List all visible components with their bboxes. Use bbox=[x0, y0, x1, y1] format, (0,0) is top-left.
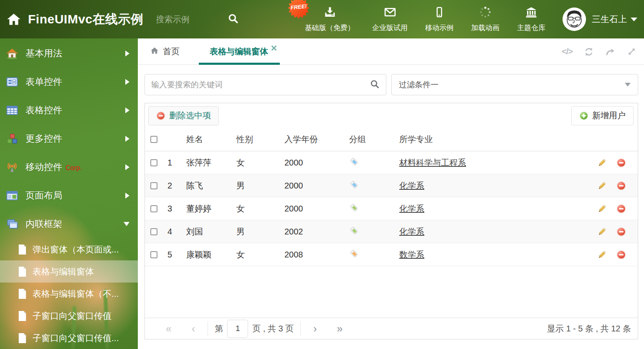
sidebar-item-iframe[interactable]: 内联框架 bbox=[0, 210, 138, 238]
sidebar-item-mobile-controls[interactable]: 移动控件 Corp. bbox=[0, 153, 138, 181]
delete-selected-button[interactable]: 删除选中项 bbox=[148, 106, 219, 125]
chevron-down-icon bbox=[631, 18, 637, 21]
source-code-icon[interactable]: </> bbox=[562, 47, 573, 56]
keyword-search-input[interactable] bbox=[151, 80, 370, 89]
sidebar-subitem-child-to-parent-2[interactable]: 子窗口向父窗口传值... bbox=[0, 327, 138, 349]
avatar[interactable] bbox=[563, 8, 586, 31]
page-number-input[interactable] bbox=[227, 320, 248, 338]
row-checkbox[interactable] bbox=[150, 182, 157, 189]
tab-grid-edit-window[interactable]: 表格与编辑窗体 bbox=[199, 38, 280, 64]
edit-icon[interactable] bbox=[597, 227, 607, 237]
edit-icon[interactable] bbox=[597, 158, 607, 168]
sidebar-item-more-controls[interactable]: 更多控件 bbox=[0, 125, 138, 153]
cell-year: 2002 bbox=[284, 227, 349, 237]
add-user-button[interactable]: 新增用户 bbox=[571, 106, 634, 125]
delete-icon[interactable] bbox=[616, 158, 626, 168]
delete-icon[interactable] bbox=[616, 227, 626, 237]
delete-icon[interactable] bbox=[616, 250, 626, 260]
refresh-icon[interactable] bbox=[584, 47, 594, 57]
nav-item-label: 加载动画 bbox=[471, 23, 499, 33]
col-header-group[interactable]: 分组 bbox=[349, 134, 399, 145]
house-icon bbox=[6, 47, 18, 60]
edit-icon[interactable] bbox=[597, 181, 607, 191]
data-table: 姓名 性别 入学年份 分组 所学专业 1 张萍萍 女 2000 材料科学与工程系 bbox=[145, 128, 638, 266]
major-link[interactable]: 化学系 bbox=[399, 227, 424, 236]
user-menu[interactable]: 三生石上 bbox=[592, 13, 637, 25]
first-page-button[interactable]: « bbox=[156, 324, 182, 334]
row-checkbox[interactable] bbox=[150, 228, 157, 235]
header-search-icon[interactable] bbox=[228, 13, 238, 25]
frames-icon bbox=[6, 218, 18, 230]
select-all-checkbox[interactable] bbox=[150, 136, 157, 143]
sidebar-item-page-layout[interactable]: 页面布局 bbox=[0, 181, 138, 210]
brand[interactable]: FineUIMvc在线示例 bbox=[0, 11, 144, 28]
sidebar-subitem-child-to-parent[interactable]: 子窗口向父窗口传值 bbox=[0, 305, 138, 327]
sidebar-subitem-popup-window[interactable]: 弹出窗体（本页面或... bbox=[0, 238, 138, 260]
app-title: FineUIMvc在线示例 bbox=[28, 11, 144, 28]
col-header-name[interactable]: 姓名 bbox=[186, 134, 236, 145]
row-checkbox[interactable] bbox=[150, 251, 157, 258]
chevron-right-icon bbox=[125, 107, 129, 113]
major-link[interactable]: 化学系 bbox=[399, 204, 424, 213]
major-link[interactable]: 化学系 bbox=[399, 181, 424, 190]
free-badge-label: FREE! bbox=[287, 0, 311, 18]
tag-icon bbox=[349, 226, 399, 238]
major-link[interactable]: 数学系 bbox=[399, 250, 424, 259]
row-checkbox[interactable] bbox=[150, 159, 157, 166]
header-search-input[interactable] bbox=[156, 15, 221, 24]
sidebar-subitem-grid-edit-window[interactable]: 表格与编辑窗体 bbox=[0, 260, 138, 283]
sidebar-subitem-grid-edit-window-2[interactable]: 表格与编辑窗体（不... bbox=[0, 283, 138, 305]
share-icon[interactable] bbox=[605, 47, 616, 57]
cell-gender: 女 bbox=[236, 203, 284, 214]
user-box[interactable]: 三生石上 bbox=[563, 0, 637, 38]
edit-icon[interactable] bbox=[597, 204, 607, 214]
next-page-button[interactable]: › bbox=[303, 324, 327, 334]
tag-icon bbox=[349, 249, 399, 261]
prev-page-button[interactable]: ‹ bbox=[182, 324, 205, 334]
cell-name: 董婷婷 bbox=[186, 203, 236, 214]
col-header-major[interactable]: 所学专业 bbox=[399, 134, 588, 145]
col-header-year[interactable]: 入学年份 bbox=[284, 134, 349, 145]
edit-icon[interactable] bbox=[597, 250, 607, 260]
nav-item-enterprise-trial[interactable]: 企业版试用 bbox=[363, 6, 416, 33]
page: FineUIMvc在线示例 FREE! 基础版（免费） 企业版试用 bbox=[0, 0, 644, 349]
tag-icon bbox=[349, 203, 399, 215]
layout-icon bbox=[6, 189, 18, 202]
nav-item-theme-repo[interactable]: 主题仓库 bbox=[508, 6, 554, 33]
pagination-bar: « ‹ 第 页 , 共 3 页 › » 显示 1 - 5 条 , 共 12 条 bbox=[145, 318, 638, 339]
sidebar-item-basic-usage[interactable]: 基本用法 bbox=[0, 39, 138, 68]
tab-home[interactable]: 首页 bbox=[150, 38, 180, 64]
row-checkbox[interactable] bbox=[150, 205, 157, 212]
cell-gender: 女 bbox=[236, 249, 284, 260]
expand-icon[interactable] bbox=[627, 47, 636, 56]
delete-icon[interactable] bbox=[616, 181, 626, 191]
col-header-gender[interactable]: 性别 bbox=[236, 134, 284, 145]
cell-gender: 男 bbox=[236, 226, 284, 237]
nav-item-mobile-demo[interactable]: 移动示例 bbox=[416, 6, 462, 33]
filter-value: 过滤条件一 bbox=[399, 79, 439, 90]
last-page-button[interactable]: » bbox=[327, 324, 352, 334]
cell-year: 2008 bbox=[284, 250, 349, 260]
plus-circle-icon bbox=[579, 111, 588, 120]
corp-badge: Corp. bbox=[66, 164, 82, 172]
sidebar-item-form-controls[interactable]: 表单控件 bbox=[0, 68, 138, 96]
page-icon bbox=[18, 311, 27, 321]
chevron-right-icon bbox=[125, 51, 129, 56]
table-row: 4 刘国 男 2002 化学系 bbox=[145, 220, 638, 243]
keyword-search-box[interactable] bbox=[145, 74, 386, 95]
main-content: 首页 表格与编辑窗体 </> bbox=[138, 38, 644, 349]
filter-dropdown[interactable]: 过滤条件一 bbox=[391, 74, 638, 95]
tab-bar: 首页 表格与编辑窗体 </> bbox=[138, 38, 644, 65]
table-row: 2 陈飞 男 2000 化学系 bbox=[145, 174, 638, 197]
search-icon[interactable] bbox=[370, 79, 380, 91]
major-link[interactable]: 材料科学与工程系 bbox=[399, 158, 466, 167]
nav-item-label: 基础版（免费） bbox=[305, 23, 355, 33]
tag-icon bbox=[349, 180, 399, 192]
close-icon[interactable] bbox=[271, 43, 276, 48]
sidebar-item-grid-controls[interactable]: 表格控件 bbox=[0, 96, 138, 125]
delete-icon[interactable] bbox=[616, 204, 626, 214]
free-badge: FREE! bbox=[288, 0, 309, 19]
grid-panel: 删除选中项 新增用户 姓名 性别 入学年份 分组 所学专业 bbox=[145, 103, 638, 339]
nav-item-loading-animation[interactable]: 加载动画 bbox=[462, 6, 508, 33]
table-row: 5 康颖颖 女 2008 数学系 bbox=[145, 243, 638, 266]
